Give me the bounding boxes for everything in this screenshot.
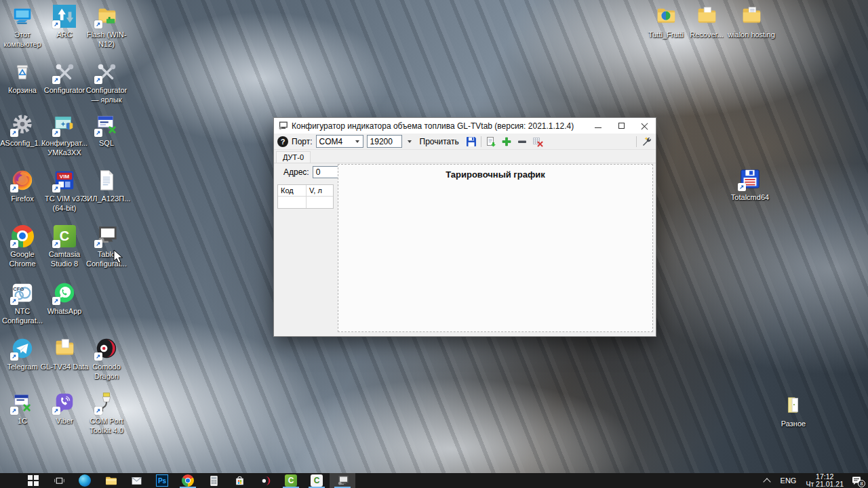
action-center-button[interactable]: 8 <box>848 473 868 488</box>
desktop-icon-label: COM Port Toolkit 4.0 <box>82 417 131 436</box>
help-button[interactable]: ? <box>277 136 288 147</box>
desktop-icon-comodo-dragon[interactable]: Comodo Dragon <box>82 336 131 382</box>
maximize-button[interactable] <box>610 118 633 134</box>
desktop-icon-raznoe-folder[interactable]: Разное <box>769 393 818 429</box>
desktop-icon-whatsapp[interactable]: WhatsApp <box>40 281 89 317</box>
svg-text:VIM: VIM <box>60 174 70 180</box>
desktop-icon-totalcmd[interactable]: Totalcmd64 <box>726 167 774 203</box>
folder-icon <box>739 4 764 28</box>
task-view-button[interactable] <box>46 473 72 488</box>
clear-table-button[interactable] <box>532 136 544 148</box>
calibration-graph-panel: Тарировочный график <box>338 164 653 332</box>
taskbar-camtasia-recorder-button[interactable]: C <box>304 473 330 488</box>
column-header-volume[interactable]: V, л <box>307 185 333 196</box>
desktop-icon-label: ASconfig_1... <box>0 139 44 148</box>
desktop-icon-label: Firefox <box>11 195 34 204</box>
desktop-icon-label: Totalcmd64 <box>731 193 769 203</box>
shortcut-arrow-icon <box>738 183 746 191</box>
taskbar-tablo-configurator-button[interactable] <box>330 473 355 488</box>
whatsapp-icon <box>52 281 77 305</box>
photoshop-icon: Ps <box>156 474 168 487</box>
this-pc-icon <box>10 4 35 28</box>
desktop-icon-label: ЗИЛ_А123П... <box>83 195 131 204</box>
settings-button[interactable] <box>640 136 652 148</box>
shortcut-arrow-icon <box>94 240 102 248</box>
minus-icon <box>517 136 528 147</box>
shortcut-arrow-icon <box>10 184 18 192</box>
notification-badge: 8 <box>858 480 865 487</box>
file-explorer-icon <box>104 474 117 487</box>
baud-combobox[interactable]: 19200 <box>367 135 402 148</box>
cfg-cloud-icon: CFG <box>10 281 35 305</box>
read-button[interactable]: Прочитать <box>417 136 462 148</box>
viber-icon <box>52 390 77 415</box>
cell-code[interactable] <box>278 197 307 208</box>
taskbar-camtasia-button[interactable]: C <box>278 473 304 488</box>
tray-expand-button[interactable] <box>759 473 775 488</box>
port-combobox[interactable]: COM4 <box>316 135 363 148</box>
desktop-icon-label: ARC <box>56 30 72 40</box>
floppy-disk-icon <box>738 167 762 191</box>
taskbar-photoshop-button[interactable]: Ps <box>149 473 175 488</box>
shortcut-arrow-icon <box>94 407 102 415</box>
cell-volume[interactable] <box>307 197 333 208</box>
gear-icon <box>10 113 35 137</box>
svg-text:CFG: CFG <box>13 286 24 292</box>
desktop-icon-recover-folder[interactable]: Recover... <box>682 4 731 40</box>
taskbar-explorer-button[interactable] <box>98 473 123 488</box>
desktop-icon-flash-folder[interactable]: Flash (WIN-N12) <box>82 4 131 49</box>
comodo-dragon-icon <box>94 336 119 361</box>
tablo-configurator-icon <box>94 224 119 248</box>
system-tray: ENG 17:12 Чт 21.01.21 8 <box>759 473 868 488</box>
arc-icon <box>52 4 77 28</box>
add-row-button[interactable] <box>500 136 513 148</box>
close-button[interactable] <box>633 118 656 134</box>
shortcut-arrow-icon <box>10 407 18 415</box>
taskbar-store-button[interactable] <box>226 473 252 488</box>
clock[interactable]: 17:12 Чт 21.01.21 <box>802 473 848 488</box>
plus-icon <box>501 136 512 147</box>
camtasia-icon: C <box>52 224 77 248</box>
desktop-icon-label: Configurator — ярлык <box>82 86 131 105</box>
calibration-table[interactable]: Код V, л <box>277 184 334 209</box>
graph-title: Тарировочный график <box>338 169 652 180</box>
desktop-icon-label: Comodo Dragon <box>82 363 131 382</box>
open-folder-icon <box>781 393 806 418</box>
desktop-icon-label: Корзина <box>8 86 37 96</box>
shortcut-arrow-icon <box>94 352 102 361</box>
taskbar-comodo-button[interactable] <box>252 473 278 488</box>
start-button[interactable] <box>20 473 46 488</box>
window-titlebar[interactable]: Конфигуратор индикатора объема топлива G… <box>274 118 656 134</box>
desktop-icon-zil-document[interactable]: ЗИЛ_А123П... <box>82 168 131 204</box>
baud-dropdown-icon[interactable] <box>406 140 414 143</box>
taskbar-chrome-button[interactable] <box>175 473 201 488</box>
baud-value: 19200 <box>370 137 393 146</box>
taskbar-calculator-button[interactable] <box>201 473 226 488</box>
column-header-code[interactable]: Код <box>278 185 307 196</box>
export-table-button[interactable] <box>485 136 497 148</box>
desktop-icon-wialon-hosting[interactable]: wialon hosting <box>727 4 776 40</box>
minimize-button[interactable] <box>587 118 610 134</box>
taskbar-edge-button[interactable] <box>72 473 98 488</box>
desktop-icon-com-port-toolkit[interactable]: COM Port Toolkit 4.0 <box>82 390 131 436</box>
desktop-icon-label: WhatsApp <box>47 307 82 317</box>
desktop-icon-configurator-shortcut[interactable]: Configurator — ярлык <box>82 60 131 105</box>
comodo-dragon-icon <box>259 474 272 487</box>
save-button[interactable] <box>465 136 477 148</box>
shortcut-arrow-icon <box>52 240 60 248</box>
table-row[interactable] <box>278 197 333 208</box>
tray-date: Чт 21.01.21 <box>806 481 844 488</box>
taskbar-mail-button[interactable] <box>123 473 149 488</box>
mail-icon <box>130 474 143 487</box>
tab-dut0[interactable]: ДУТ-0 <box>276 151 311 163</box>
calculator-icon <box>208 474 220 487</box>
app-window-shield-icon <box>52 113 77 137</box>
language-indicator[interactable]: ENG <box>775 473 802 488</box>
desktop-icon-label: Recover... <box>690 30 724 40</box>
remove-row-button[interactable] <box>516 136 528 148</box>
wrench-sparkle-icon <box>641 136 652 147</box>
shortcut-arrow-icon <box>10 129 18 137</box>
sql-window-icon <box>94 113 119 137</box>
address-value: 0 <box>316 167 321 177</box>
desktop-icon-sql[interactable]: SQL <box>82 113 131 148</box>
